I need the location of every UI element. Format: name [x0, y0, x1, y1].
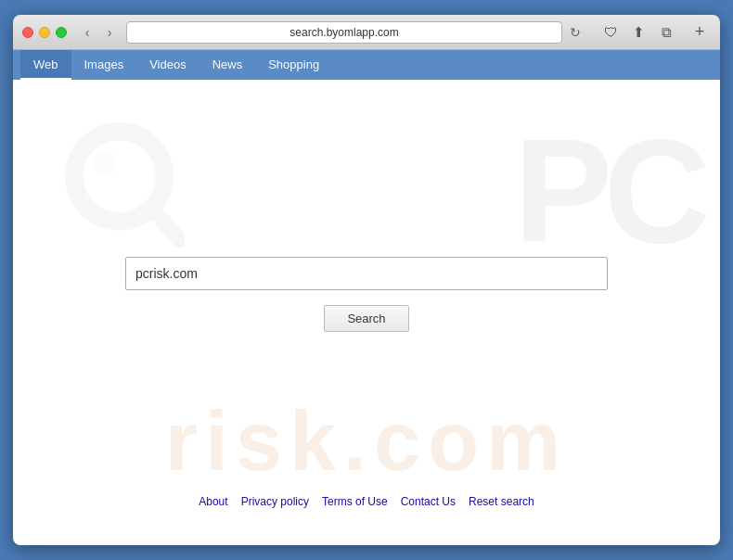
minimize-button[interactable] [39, 27, 50, 38]
search-area: Search [125, 257, 608, 332]
search-input[interactable] [125, 257, 608, 290]
reload-button[interactable]: ↻ [566, 23, 585, 42]
forward-button[interactable]: › [100, 23, 119, 42]
tab-shopping[interactable]: Shopping [255, 50, 332, 80]
close-button[interactable] [22, 27, 33, 38]
shield-icon-button[interactable]: 🛡 [599, 21, 622, 44]
address-bar-container: ↻ [126, 21, 585, 44]
risk-watermark-text: risk.com [165, 394, 568, 490]
title-bar: ‹ › ↻ 🛡 ⬆ ⧉ + [13, 15, 720, 50]
page-content: PC risk.com Search About Privacy policy [13, 80, 720, 545]
tab-images[interactable]: Images [71, 50, 137, 80]
tab-videos[interactable]: Videos [136, 50, 199, 80]
footer-reset-link[interactable]: Reset search [469, 495, 534, 508]
browser-window: ‹ › ↻ 🛡 ⬆ ⧉ + Web Images Videos News Sho… [13, 15, 720, 545]
svg-point-0 [74, 131, 165, 221]
footer-about-link[interactable]: About [199, 495, 227, 508]
search-input-wrapper [125, 257, 608, 290]
svg-point-2 [92, 151, 116, 175]
magnifier-watermark-icon [64, 117, 185, 256]
back-button[interactable]: ‹ [78, 23, 96, 42]
footer-contact-link[interactable]: Contact Us [401, 495, 456, 508]
new-tab-button[interactable]: + [688, 21, 711, 44]
maximize-button[interactable] [56, 27, 67, 38]
traffic-lights [22, 27, 67, 38]
window-button[interactable]: ⧉ [655, 21, 677, 44]
footer-terms-link[interactable]: Terms of Use [322, 495, 388, 508]
share-button[interactable]: ⬆ [627, 21, 649, 44]
pc-watermark-text: PC [514, 117, 701, 265]
nav-buttons: ‹ › [78, 23, 119, 42]
address-bar[interactable] [126, 21, 562, 44]
footer-privacy-link[interactable]: Privacy policy [241, 495, 309, 508]
tab-web[interactable]: Web [20, 50, 71, 80]
tab-news[interactable]: News [199, 50, 256, 80]
search-button[interactable]: Search [324, 305, 408, 332]
svg-line-1 [152, 210, 179, 240]
browser-nav-tabs: Web Images Videos News Shopping [13, 50, 720, 80]
toolbar-icons: 🛡 ⬆ ⧉ [599, 21, 677, 44]
footer-links: About Privacy policy Terms of Use Contac… [199, 495, 534, 508]
